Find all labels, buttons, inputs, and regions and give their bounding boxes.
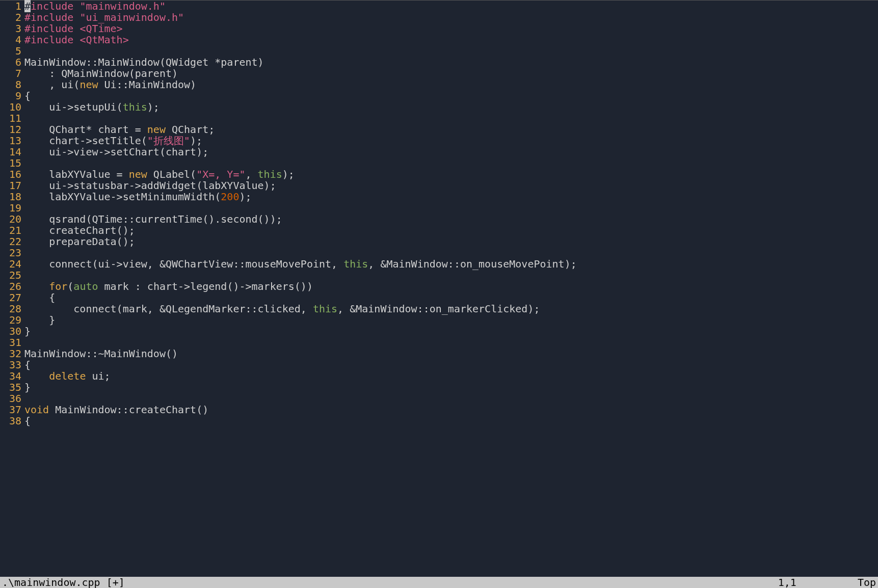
code-line[interactable]: 6MainWindow::MainWindow(QWidget *parent) — [0, 57, 878, 68]
code-content[interactable]: { — [24, 90, 878, 101]
line-number: 5 — [0, 45, 24, 57]
code-content[interactable]: } — [24, 314, 878, 326]
code-content[interactable]: ui->statusbar->addWidget(labXYValue); — [24, 180, 878, 191]
code-content[interactable]: delete ui; — [24, 370, 878, 382]
code-line[interactable]: 11 — [0, 113, 878, 124]
code-line[interactable]: 20 qsrand(QTime::currentTime().second())… — [0, 213, 878, 225]
line-number: 14 — [0, 146, 24, 157]
code-content[interactable]: QChart* chart = new QChart; — [24, 124, 878, 135]
code-line[interactable]: 15 — [0, 157, 878, 169]
code-line[interactable]: 38{ — [0, 415, 878, 426]
code-content[interactable]: labXYValue->setMinimumWidth(200); — [24, 191, 878, 202]
code-line[interactable]: 28 connect(mark, &QLegendMarker::clicked… — [0, 303, 878, 314]
line-number: 27 — [0, 292, 24, 303]
code-content[interactable]: ui->view->setChart(chart); — [24, 146, 878, 157]
code-line[interactable]: 29 } — [0, 314, 878, 326]
code-line[interactable]: 32MainWindow::~MainWindow() — [0, 348, 878, 359]
code-content[interactable]: { — [24, 415, 878, 426]
code-content[interactable]: qsrand(QTime::currentTime().second()); — [24, 213, 878, 225]
code-content[interactable] — [24, 45, 878, 57]
code-line[interactable]: 2#include "ui_mainwindow.h" — [0, 12, 878, 23]
line-number: 21 — [0, 225, 24, 236]
code-content[interactable]: #include <QtMath> — [24, 34, 878, 45]
code-line[interactable]: 1#include "mainwindow.h" — [0, 0, 878, 12]
code-content[interactable]: connect(mark, &QLegendMarker::clicked, t… — [24, 303, 878, 314]
code-line[interactable]: 27 { — [0, 292, 878, 303]
code-content[interactable]: MainWindow::~MainWindow() — [24, 348, 878, 359]
code-content[interactable]: { — [24, 292, 878, 303]
line-number: 24 — [0, 258, 24, 270]
status-cursor-position: 1,1 — [778, 577, 858, 588]
line-number: 8 — [0, 79, 24, 90]
code-content[interactable]: prepareData(); — [24, 236, 878, 247]
line-number: 35 — [0, 382, 24, 393]
code-line[interactable]: 5 — [0, 45, 878, 57]
code-line[interactable]: 31 — [0, 337, 878, 348]
code-content[interactable]: #include <QTime> — [24, 23, 878, 34]
code-line[interactable]: 4#include <QtMath> — [0, 34, 878, 45]
line-number: 15 — [0, 157, 24, 169]
code-line[interactable]: 23 — [0, 247, 878, 258]
line-number: 31 — [0, 337, 24, 348]
line-number: 11 — [0, 113, 24, 124]
code-line[interactable]: 8 , ui(new Ui::MainWindow) — [0, 79, 878, 90]
code-editor[interactable]: 1#include "mainwindow.h"2#include "ui_ma… — [0, 0, 878, 426]
line-number: 18 — [0, 191, 24, 202]
code-content[interactable] — [24, 270, 878, 281]
code-content[interactable]: createChart(); — [24, 225, 878, 236]
code-line[interactable]: 14 ui->view->setChart(chart); — [0, 146, 878, 157]
code-content[interactable]: , ui(new Ui::MainWindow) — [24, 79, 878, 90]
code-content[interactable]: for(auto mark : chart->legend()->markers… — [24, 281, 878, 292]
code-line[interactable]: 7 : QMainWindow(parent) — [0, 68, 878, 79]
line-number: 4 — [0, 34, 24, 45]
code-line[interactable]: 10 ui->setupUi(this); — [0, 101, 878, 113]
code-content[interactable] — [24, 337, 878, 348]
line-number: 3 — [0, 23, 24, 34]
line-number: 28 — [0, 303, 24, 314]
code-line[interactable]: 24 connect(ui->view, &QWChartView::mouse… — [0, 258, 878, 270]
code-line[interactable]: 30} — [0, 326, 878, 337]
code-content[interactable]: chart->setTitle("折线图"); — [24, 135, 878, 146]
code-content[interactable]: { — [24, 359, 878, 370]
code-line[interactable]: 19 — [0, 202, 878, 213]
code-line[interactable]: 12 QChart* chart = new QChart; — [0, 124, 878, 135]
line-number: 16 — [0, 169, 24, 180]
code-line[interactable]: 9{ — [0, 90, 878, 101]
code-content[interactable]: : QMainWindow(parent) — [24, 68, 878, 79]
code-content[interactable] — [24, 113, 878, 124]
code-line[interactable]: 25 — [0, 270, 878, 281]
line-number: 26 — [0, 281, 24, 292]
code-line[interactable]: 17 ui->statusbar->addWidget(labXYValue); — [0, 180, 878, 191]
code-line[interactable]: 18 labXYValue->setMinimumWidth(200); — [0, 191, 878, 202]
code-line[interactable]: 35} — [0, 382, 878, 393]
code-line[interactable]: 37void MainWindow::createChart() — [0, 404, 878, 415]
code-line[interactable]: 22 prepareData(); — [0, 236, 878, 247]
code-line[interactable]: 21 createChart(); — [0, 225, 878, 236]
code-content[interactable]: void MainWindow::createChart() — [24, 404, 878, 415]
line-number: 32 — [0, 348, 24, 359]
code-line[interactable]: 36 — [0, 393, 878, 404]
code-content[interactable]: MainWindow::MainWindow(QWidget *parent) — [24, 57, 878, 68]
code-content[interactable]: } — [24, 326, 878, 337]
code-content[interactable]: ui->setupUi(this); — [24, 101, 878, 113]
code-content[interactable] — [24, 157, 878, 169]
code-content[interactable] — [24, 202, 878, 213]
code-content[interactable] — [24, 247, 878, 258]
code-content[interactable] — [24, 393, 878, 404]
line-number: 10 — [0, 101, 24, 113]
code-line[interactable]: 16 labXYValue = new QLabel("X=, Y=", thi… — [0, 169, 878, 180]
text-cursor: # — [24, 0, 31, 12]
code-line[interactable]: 33{ — [0, 359, 878, 370]
code-line[interactable]: 26 for(auto mark : chart->legend()->mark… — [0, 281, 878, 292]
code-line[interactable]: 3#include <QTime> — [0, 23, 878, 34]
line-number: 23 — [0, 247, 24, 258]
code-content[interactable]: } — [24, 382, 878, 393]
code-content[interactable]: connect(ui->view, &QWChartView::mouseMov… — [24, 258, 878, 270]
code-line[interactable]: 13 chart->setTitle("折线图"); — [0, 135, 878, 146]
code-content[interactable]: #include "mainwindow.h" — [24, 1, 878, 12]
code-content[interactable]: labXYValue = new QLabel("X=, Y=", this); — [24, 169, 878, 180]
line-number: 6 — [0, 57, 24, 68]
code-content[interactable]: #include "ui_mainwindow.h" — [24, 12, 878, 23]
code-line[interactable]: 34 delete ui; — [0, 370, 878, 382]
status-filename: .\mainwindow.cpp [+] — [2, 577, 125, 588]
